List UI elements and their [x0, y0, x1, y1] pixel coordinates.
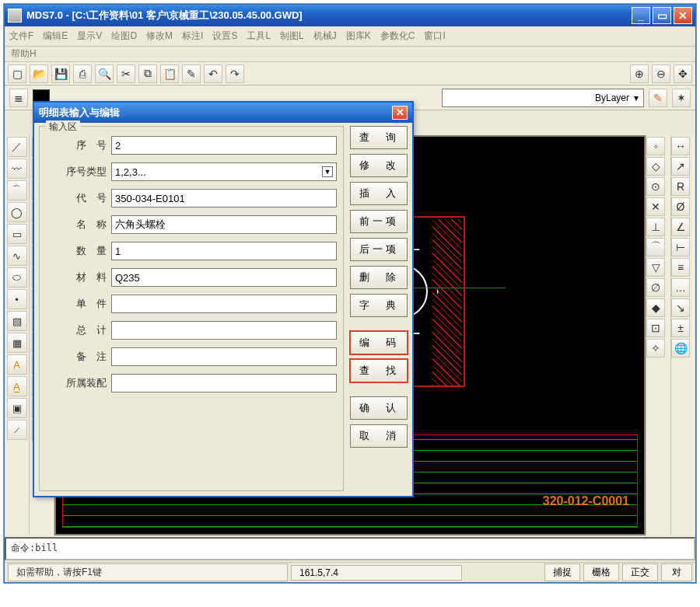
menu-view[interactable]: 显示V	[77, 30, 102, 43]
input-qty[interactable]	[111, 242, 337, 260]
dim-ord-icon[interactable]: ⊢	[671, 238, 690, 256]
snap-int-icon[interactable]: ✕	[646, 197, 665, 216]
snap-end-icon[interactable]: ◦	[646, 137, 665, 155]
snap-quad-icon[interactable]: ◆	[646, 298, 665, 317]
close-button[interactable]: ✕	[674, 7, 692, 24]
delete-button[interactable]: 删 除	[350, 266, 408, 289]
find-button[interactable]: 查 找	[350, 359, 408, 382]
dim-tol-icon[interactable]: ±	[671, 319, 690, 337]
preview-icon[interactable]: 🔍	[95, 65, 114, 83]
input-name[interactable]	[111, 215, 337, 234]
menu-tools[interactable]: 工具L	[247, 30, 271, 43]
menu-dim[interactable]: 标注I	[182, 30, 203, 43]
text-icon[interactable]: A	[7, 354, 27, 375]
input-note[interactable]	[111, 347, 337, 366]
snap-ins-icon[interactable]: ⊡	[646, 319, 665, 337]
layers-icon[interactable]: ≣	[9, 89, 28, 107]
undo-icon[interactable]: ↶	[204, 65, 222, 83]
command-line[interactable]: 命令:bill	[5, 537, 695, 560]
menu-library[interactable]: 图库K	[346, 30, 371, 43]
menu-window[interactable]: 窗口I	[424, 30, 445, 43]
snap-node-icon[interactable]: ✧	[646, 339, 665, 358]
construction-icon[interactable]: ⟋	[7, 420, 27, 440]
paste-icon[interactable]: 📋	[160, 65, 179, 83]
region-icon[interactable]: ▦	[7, 333, 27, 353]
ellipse-icon[interactable]: ⬭	[7, 267, 27, 288]
snap-near-icon[interactable]: ▽	[646, 258, 665, 277]
menu-help[interactable]: 帮助H	[11, 47, 37, 61]
input-single[interactable]	[111, 295, 337, 313]
dim-leader-icon[interactable]: ↘	[671, 298, 690, 317]
status-snap[interactable]: 捕捉	[544, 563, 580, 581]
menu-edit[interactable]: 编辑E	[43, 30, 68, 43]
input-seq[interactable]	[111, 136, 337, 155]
redo-icon[interactable]: ↷	[226, 65, 244, 83]
polyline-icon[interactable]: 〰	[7, 159, 27, 179]
cut-icon[interactable]: ✂	[117, 65, 135, 83]
line-icon[interactable]: ／	[7, 137, 27, 157]
menu-setting[interactable]: 设置S	[212, 30, 237, 43]
menu-modify[interactable]: 修改M	[146, 30, 173, 43]
spline-icon[interactable]: ∿	[7, 246, 27, 266]
menu-machine[interactable]: 机械J	[313, 30, 337, 43]
open-icon[interactable]: 📂	[30, 65, 48, 83]
dim-aligned-icon[interactable]: ↗	[671, 157, 690, 176]
dialog-close-button[interactable]: ✕	[392, 106, 408, 120]
dim-dia-icon[interactable]: Ø	[671, 197, 690, 216]
encode-button[interactable]: 编 码	[350, 331, 408, 354]
status-grid[interactable]: 栅格	[583, 563, 619, 581]
dim-cont-icon[interactable]: …	[671, 278, 690, 297]
maximize-button[interactable]: ▭	[653, 7, 671, 24]
copy-icon[interactable]: ⧉	[138, 65, 157, 83]
pan-icon[interactable]: ✥	[674, 65, 692, 83]
zoom-window-icon[interactable]: ⊕	[630, 65, 649, 83]
ok-button[interactable]: 确 认	[350, 396, 408, 420]
world-icon[interactable]: 🌐	[671, 339, 690, 358]
zoom-realtime-icon[interactable]: ⊖	[652, 65, 670, 83]
input-material[interactable]	[111, 268, 337, 287]
arc-icon[interactable]: ⌒	[7, 180, 27, 201]
menu-file[interactable]: 文件F	[9, 30, 33, 43]
dim-linear-icon[interactable]: ↔	[671, 137, 690, 155]
menu-draw[interactable]: 绘图D	[111, 30, 137, 43]
label-code: 代 号	[46, 191, 107, 205]
select-seqtype[interactable]: 1,2,3... ▼	[111, 162, 337, 181]
mtext-icon[interactable]: A̲	[7, 376, 27, 396]
input-assy[interactable]	[111, 374, 337, 392]
snap-per-icon[interactable]: ⊥	[646, 218, 665, 236]
print-icon[interactable]: ⎙	[73, 65, 92, 83]
status-polar[interactable]: 对	[661, 563, 692, 581]
query-button[interactable]: 查 询	[350, 126, 408, 149]
save-icon[interactable]: 💾	[51, 65, 70, 83]
menu-param[interactable]: 参数化C	[380, 30, 415, 43]
hatch-icon[interactable]: ▨	[7, 311, 27, 331]
cancel-button[interactable]: 取 消	[350, 424, 408, 448]
new-icon[interactable]: ▢	[8, 65, 26, 83]
snap-none-icon[interactable]: ∅	[646, 278, 665, 297]
explode-icon[interactable]: ✶	[672, 89, 691, 107]
status-ortho[interactable]: 正交	[622, 563, 658, 581]
dim-angle-icon[interactable]: ∠	[671, 218, 690, 236]
prev-button[interactable]: 前一项	[350, 210, 408, 233]
rect-icon[interactable]: ▭	[7, 224, 27, 244]
input-total[interactable]	[111, 321, 337, 340]
block-icon[interactable]: ▣	[7, 398, 27, 418]
match-icon[interactable]: ✎	[182, 65, 201, 83]
circle-icon[interactable]: ◯	[7, 202, 27, 222]
input-code[interactable]	[111, 189, 337, 208]
dict-button[interactable]: 字 典	[350, 294, 408, 317]
dialog-titlebar: 明细表输入与编辑 ✕	[34, 103, 412, 123]
insert-button[interactable]: 插 入	[350, 182, 408, 205]
point-icon[interactable]: •	[7, 289, 27, 309]
snap-cen-icon[interactable]: ⊙	[646, 177, 665, 196]
dim-radius-icon[interactable]: R	[671, 177, 690, 196]
menu-plot[interactable]: 制图L	[280, 30, 304, 43]
next-button[interactable]: 后一项	[350, 238, 408, 261]
paint-icon[interactable]: ✎	[649, 89, 667, 107]
linetype-select[interactable]: ByLayer ▾	[442, 89, 644, 107]
snap-mid-icon[interactable]: ◇	[646, 157, 665, 176]
minimize-button[interactable]: _	[632, 7, 650, 24]
modify-button[interactable]: 修 改	[350, 154, 408, 177]
snap-tan-icon[interactable]: ⌒	[646, 238, 665, 256]
dim-base-icon[interactable]: ≡	[671, 258, 690, 277]
